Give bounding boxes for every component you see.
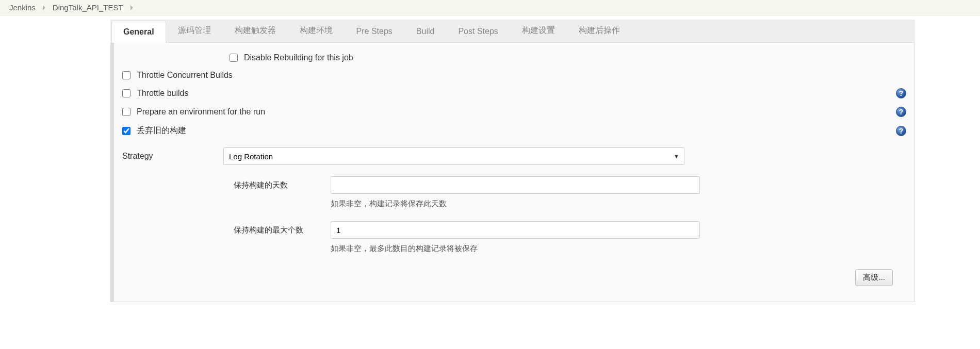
tab-build-env[interactable]: 构建环境 xyxy=(288,19,345,42)
advanced-button[interactable]: 高级... xyxy=(855,269,893,286)
help-icon[interactable]: ? xyxy=(896,126,906,136)
opt-prepare-env-label[interactable]: Prepare an environment for the run xyxy=(137,107,265,117)
tab-post-steps[interactable]: Post Steps xyxy=(446,20,510,42)
keep-days-input[interactable] xyxy=(331,176,700,194)
breadcrumb: Jenkins DingTalk_API_TEST xyxy=(0,0,980,15)
tab-general[interactable]: General xyxy=(111,21,166,43)
breadcrumb-job[interactable]: DingTalk_API_TEST xyxy=(53,3,123,12)
discard-strategy-select-wrap: Log Rotation xyxy=(223,147,684,165)
opt-prepare-env-checkbox[interactable] xyxy=(122,108,130,116)
config-tabs: General 源码管理 构建触发器 构建环境 Pre Steps Build … xyxy=(110,20,915,43)
tab-triggers[interactable]: 构建触发器 xyxy=(223,19,288,42)
opt-throttle-builds-checkbox[interactable] xyxy=(122,89,130,97)
tab-build-settings[interactable]: 构建设置 xyxy=(510,19,567,42)
discard-strategy-label: Strategy xyxy=(122,152,213,161)
tab-pre-steps[interactable]: Pre Steps xyxy=(345,20,404,42)
opt-throttle-concurrent-checkbox[interactable] xyxy=(122,71,130,79)
keep-days-hint: 如果非空，构建记录将保存此天数 xyxy=(234,196,906,215)
tab-build[interactable]: Build xyxy=(404,20,447,42)
help-icon[interactable]: ? xyxy=(896,88,906,98)
keep-max-hint: 如果非空，最多此数目的构建记录将被保存 xyxy=(234,241,906,260)
keep-max-label: 保持构建的最大个数 xyxy=(234,225,320,235)
opt-throttle-builds-label[interactable]: Throttle builds xyxy=(137,89,189,98)
advanced-row: 高级... xyxy=(122,260,906,289)
keep-max-input[interactable] xyxy=(331,221,700,239)
breadcrumb-root[interactable]: Jenkins xyxy=(9,3,36,12)
opt-discard-old-label[interactable]: 丢弃旧的构建 xyxy=(137,125,186,136)
keep-days-row: 保持构建的天数 xyxy=(234,170,906,196)
opt-prepare-env-row: Prepare an environment for the run ? xyxy=(122,103,906,121)
opt-disable-rebuild-checkbox[interactable] xyxy=(230,54,238,62)
discard-strategy-row: Strategy Log Rotation xyxy=(122,140,906,170)
opt-discard-old-row: 丢弃旧的构建 ? xyxy=(122,121,906,140)
opt-disable-rebuild-row: Disable Rebuilding for this job xyxy=(122,49,906,67)
discard-strategy-select[interactable]: Log Rotation xyxy=(223,147,684,165)
tab-scm[interactable]: 源码管理 xyxy=(166,19,223,42)
opt-throttle-concurrent-label[interactable]: Throttle Concurrent Builds xyxy=(137,71,233,80)
opt-throttle-concurrent-row: Throttle Concurrent Builds xyxy=(122,67,906,84)
help-icon[interactable]: ? xyxy=(896,107,906,117)
opt-throttle-builds-row: Throttle builds ? xyxy=(122,84,906,103)
keep-days-label: 保持构建的天数 xyxy=(234,180,320,190)
breadcrumb-sep-icon xyxy=(130,5,133,10)
tab-post-build[interactable]: 构建后操作 xyxy=(567,19,632,42)
breadcrumb-sep-icon xyxy=(43,5,45,10)
keep-max-row: 保持构建的最大个数 xyxy=(234,215,906,241)
opt-disable-rebuild-label[interactable]: Disable Rebuilding for this job xyxy=(244,53,353,62)
opt-discard-old-checkbox[interactable] xyxy=(122,127,130,135)
